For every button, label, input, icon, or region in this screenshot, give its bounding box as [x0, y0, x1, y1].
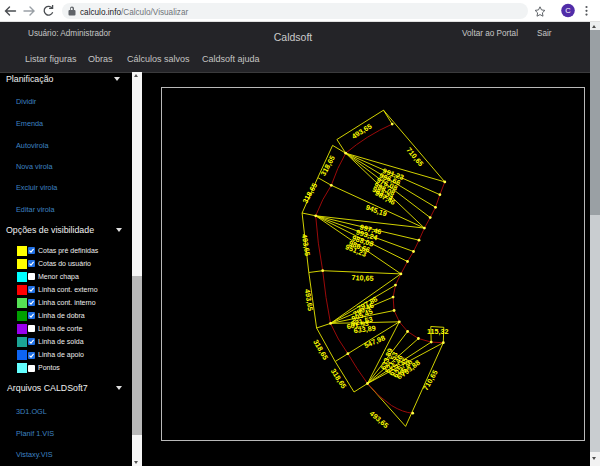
svg-text:945,19: 945,19: [364, 203, 388, 219]
svg-text:710,65: 710,65: [351, 273, 373, 283]
svg-text:710,65: 710,65: [421, 368, 440, 392]
svg-text:318,65: 318,65: [301, 181, 320, 205]
svg-text:710,65: 710,65: [404, 145, 425, 168]
svg-text:318,65: 318,65: [319, 154, 337, 178]
svg-text:493,65: 493,65: [368, 409, 391, 430]
svg-text:493,65: 493,65: [303, 288, 315, 311]
svg-text:493,65: 493,65: [300, 233, 312, 256]
svg-text:318,65: 318,65: [311, 338, 330, 362]
svg-text:493,65: 493,65: [350, 122, 373, 141]
svg-text:115,32: 115,32: [427, 327, 449, 336]
svg-text:547,98: 547,98: [363, 333, 387, 350]
svg-text:633,89: 633,89: [353, 324, 376, 336]
